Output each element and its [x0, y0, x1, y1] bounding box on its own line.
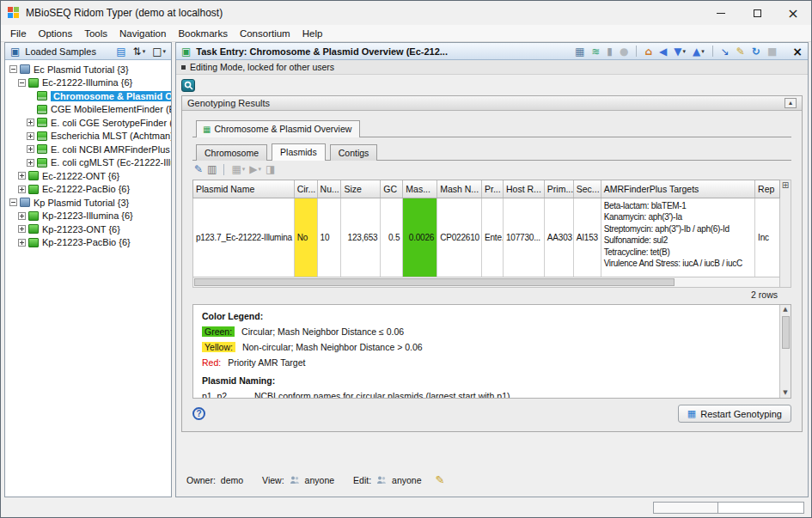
tree-item[interactable]: Kp Plasmid Tutorial {3}	[8, 196, 171, 210]
columns-icon[interactable]: ▥	[207, 164, 217, 174]
expand-toggle-icon[interactable]	[27, 159, 34, 167]
tab-chromosome[interactable]: Chromosome	[196, 144, 267, 161]
minimize-button[interactable]	[703, 1, 739, 25]
samples-panel-icon: ▣	[9, 46, 21, 58]
snapshot-icon[interactable]: ◨	[266, 164, 275, 174]
column-header[interactable]: Mas...	[403, 180, 437, 198]
column-header[interactable]: Prim...	[545, 180, 574, 198]
column-header[interactable]: Nu...	[318, 180, 342, 198]
nav-up-icon[interactable]: ▲▾	[691, 46, 706, 58]
collapse-toggle-icon[interactable]	[9, 65, 17, 73]
monitor-icon[interactable]: ▦	[573, 46, 586, 58]
menu-consortium[interactable]: Consortium	[234, 27, 296, 40]
expand-toggle-icon[interactable]	[18, 186, 26, 193]
task-entry-icon: ▣	[180, 46, 192, 58]
collapse-toggle-icon[interactable]	[9, 198, 17, 206]
expand-toggle-icon[interactable]	[27, 132, 34, 140]
sphere-icon[interactable]: ●	[618, 46, 630, 58]
amr-target-line: Tetracycline: tet(B)	[604, 247, 752, 258]
tab-plasmids[interactable]: Plasmids	[272, 143, 326, 161]
close-panel-icon[interactable]: ×	[791, 45, 804, 58]
menu-bookmarks[interactable]: Bookmarks	[172, 27, 234, 40]
expand-toggle-icon[interactable]	[18, 225, 26, 233]
legend-vertical-scrollbar[interactable]: ▲ ▼	[779, 305, 791, 398]
column-header[interactable]: AMRFinderPlus Targets	[601, 180, 755, 198]
tree-item[interactable]: E. coli NCBI AMRFinderPlus (E	[8, 143, 171, 156]
table-row[interactable]: p123.7_Ec-21222-Illumina No 10 123,653 0…	[192, 198, 780, 277]
close-button[interactable]: ×	[775, 1, 811, 25]
column-header[interactable]: Plasmid Name	[193, 180, 295, 198]
expand-toggle-icon[interactable]	[18, 212, 26, 220]
menu-file[interactable]: File	[4, 27, 33, 40]
edit-entry-icon[interactable]: ✎	[735, 46, 747, 58]
tree-item-label: E. coli cgMLST (Ec-21222-Illu	[51, 157, 171, 168]
stop-icon[interactable]: ■	[766, 46, 778, 58]
plasmids-table: Plasmid Name Cir... Nu... Size GC Mas...…	[192, 180, 791, 288]
expand-toggle-icon[interactable]	[27, 119, 34, 126]
collapse-toggle-icon[interactable]	[18, 79, 26, 87]
sample-icon	[28, 211, 39, 221]
column-header[interactable]: Cir...	[295, 180, 318, 198]
vial-icon[interactable]: ▮	[605, 46, 614, 58]
column-header[interactable]: Host R...	[504, 180, 545, 198]
expand-toggle-icon[interactable]	[18, 172, 26, 180]
sort-samples-icon[interactable]: ⇅▾	[131, 46, 148, 58]
tree-item[interactable]: E. coli CGE SerotypeFinder (E	[8, 116, 171, 130]
menu-tools[interactable]: Tools	[78, 27, 113, 40]
column-header[interactable]: Size	[341, 180, 381, 198]
collapse-section-icon[interactable]: ▴	[785, 98, 797, 108]
view-dropdown-icon[interactable]: ▦▾	[231, 164, 245, 174]
menu-options[interactable]: Options	[33, 27, 79, 40]
home-icon[interactable]: ⌂	[643, 46, 654, 58]
tree-item[interactable]: Kp-21223-ONT {6}	[8, 222, 171, 236]
maximize-button[interactable]	[739, 1, 775, 25]
column-header[interactable]: Mash N...	[437, 180, 482, 198]
run-dropdown-icon[interactable]: ▶▾	[249, 164, 261, 174]
scroll-down-icon[interactable]: ▼	[783, 388, 787, 398]
help-icon[interactable]: ?	[192, 407, 205, 420]
column-header[interactable]: Sec...	[574, 180, 601, 198]
tree-item[interactable]: Escherichia MLST (Achtman) (	[8, 130, 171, 143]
plasmid-tabstrip: Chromosome Plasmids Contigs	[192, 143, 791, 161]
menu-help[interactable]: Help	[296, 27, 329, 40]
menu-navigation[interactable]: Navigation	[113, 27, 172, 40]
network-icon[interactable]: ≋	[589, 46, 601, 58]
task-icon	[37, 158, 47, 168]
tree-item[interactable]: Ec Plasmid Tutorial {3}	[8, 63, 171, 76]
tab-contigs[interactable]: Contigs	[330, 144, 378, 161]
tree-item[interactable]: Kp-21223-PacBio {6}	[8, 236, 171, 250]
refresh-icon[interactable]: ↻	[750, 46, 762, 58]
expand-toggle-icon[interactable]	[18, 239, 26, 247]
column-header[interactable]: Rep	[755, 180, 779, 198]
export-icon[interactable]: ↘	[719, 46, 731, 58]
permissions-row: Owner: demo View: anyone Edit: anyone ✎	[186, 473, 444, 486]
tree-item[interactable]: E. coli cgMLST (Ec-21222-Illu	[8, 156, 171, 170]
legend-scrollbar-thumb[interactable]	[782, 316, 790, 349]
nav-down-icon[interactable]: ▼▾	[672, 46, 687, 58]
cell-host-range: 107730...	[504, 198, 545, 277]
expand-toggle-icon[interactable]	[27, 145, 34, 153]
tree-item[interactable]: Ec-21222-Illumina {6}	[8, 76, 171, 90]
tree-item[interactable]: CGE MobileElementFinder (Ec	[8, 103, 171, 117]
column-config-icon[interactable]: ⊞	[782, 180, 789, 191]
tree-item[interactable]: Ec-21222-ONT {6}	[8, 169, 171, 183]
column-header[interactable]: GC	[381, 180, 403, 198]
tree-item[interactable]: Ec-21222-PacBio {6}	[8, 183, 171, 197]
import-samples-icon[interactable]: ▤	[114, 46, 127, 58]
edit-value: anyone	[392, 475, 421, 485]
column-header[interactable]: Pr...	[482, 180, 504, 198]
tree-item-selected[interactable]: Chromosome & Plasmid O	[8, 89, 171, 103]
edit-label: Edit:	[353, 475, 371, 485]
back-icon[interactable]: ◀	[657, 46, 669, 58]
view-label: View:	[262, 475, 284, 485]
tree-item[interactable]: Kp-21223-Illumina {6}	[8, 210, 171, 223]
legend-green-swatch: Green:	[202, 326, 235, 337]
edit-chart-icon[interactable]: ✎	[194, 164, 203, 174]
view-options-icon[interactable]: □▾	[150, 46, 168, 58]
edit-permissions-icon[interactable]: ✎	[436, 473, 445, 486]
restart-genotyping-button[interactable]: ▦ Restart Genotyping	[678, 405, 791, 423]
horizontal-scrollbar-thumb[interactable]	[194, 278, 675, 286]
horizontal-scrollbar[interactable]	[192, 277, 780, 288]
tab-chromosome-plasmid-overview[interactable]: ▦ Chromosome & Plasmid Overview	[196, 120, 360, 137]
scroll-up-icon[interactable]: ▲	[783, 305, 787, 314]
